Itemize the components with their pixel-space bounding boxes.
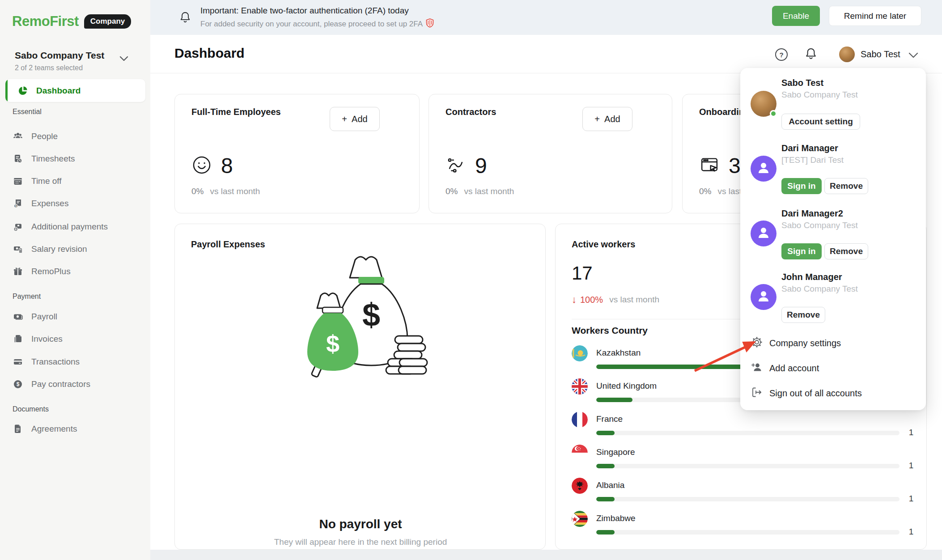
remind-later-button[interactable]: Remind me later [829,6,921,26]
sidebar-item-remoplus[interactable]: RemoPlus [13,266,71,277]
online-status-dot [770,110,777,117]
coins-plus-icon [13,221,23,232]
sidebar-item-people[interactable]: People [13,131,58,142]
arrow-down-icon: ↓ [572,294,577,305]
plus-icon: + [342,114,347,124]
shield-icon [426,18,434,30]
france-flag-icon [572,412,588,428]
people-icon [13,131,23,142]
account-setting-button[interactable]: Account setting [781,114,860,130]
sidebar-item-label: Payroll [31,312,57,322]
sidebar-item-dashboard[interactable]: Dashboard [5,79,145,102]
active-workers-value: 17 [572,263,593,284]
sidebar-item-label: Transactions [31,357,80,367]
add-contractor-button[interactable]: +Add [582,107,632,131]
person-icon [756,288,771,305]
account-company: Sabo Company Test [781,221,858,230]
svg-text:$: $ [17,381,20,387]
brand-badge: Company [84,14,131,29]
footer-strip [150,550,942,560]
notifications-bell-icon[interactable] [804,47,818,63]
avatar [751,284,777,310]
sidebar-item-label: Invoices [31,334,63,344]
remove-account-button[interactable]: Remove [824,178,868,194]
account-name: Dari Manager [781,143,838,153]
person-icon [756,225,771,242]
banner-subtitle: For added security on your account, plea… [200,18,434,30]
menu-item-sign-out-all[interactable]: Sign out of all accounts [751,386,862,400]
sign-out-icon [751,386,763,400]
document-icon [13,424,23,434]
banner-title: Important: Enable two-factor authenticat… [200,6,409,16]
stat-delta: 0%vs last month [191,187,260,196]
progress-fill [596,497,615,501]
avatar[interactable] [839,47,855,62]
sign-in-button[interactable]: Sign in [781,178,822,194]
sidebar-item-label: Timesheets [31,154,75,164]
add-employee-button[interactable]: +Add [330,107,380,131]
remove-account-button[interactable]: Remove [781,307,825,323]
active-workers-delta: ↓ 100% vs last month [572,294,659,305]
sidebar-item-expenses[interactable]: $ Expenses [13,198,68,209]
user-menu-button[interactable]: Sabo Test [861,49,900,59]
account-company: [TEST] Dari Test [781,155,844,165]
sidebar-item-salary-revision[interactable]: Salary revision [13,243,87,255]
chevron-down-icon[interactable] [119,55,129,64]
payroll-title: Payroll Expenses [191,239,265,250]
progress-fill [596,530,615,535]
account-name: John Manager [781,272,842,282]
workers-country-title: Workers Country [572,325,648,336]
two-factor-banner: Important: Enable two-factor authenticat… [150,0,942,35]
empty-state-note: They will appear here in the next billin… [175,537,546,547]
calendar-icon [13,176,23,187]
sidebar-item-timeoff[interactable]: Time off [13,175,62,187]
zimbabwe-flag-icon [572,511,588,527]
menu-item-add-account[interactable]: Add account [751,361,819,375]
sidebar-item-label: Additional payments [31,222,108,232]
stat-delta: 0%vs last month [446,187,514,196]
progress-fill [596,398,632,402]
stat-value: 9 [475,153,487,178]
payroll-expenses-card: Payroll Expenses $ $ [174,224,546,550]
chevron-down-icon[interactable] [908,52,919,60]
receipt-icon: $ [13,198,23,209]
albania-flag-icon [572,478,588,494]
svg-text:?: ? [779,51,783,59]
plus-icon: + [594,114,600,124]
help-icon[interactable]: ? [774,47,789,64]
section-payment: Payment [13,293,41,301]
sidebar-item-timesheets[interactable]: Timesheets [13,153,75,165]
empty-state-title: No payroll yet [175,517,546,531]
brand-logo: RemoFirst Company [12,13,131,30]
sidebar-item-payroll[interactable]: Payroll [13,311,57,322]
svg-text:$: $ [362,297,380,333]
account-name: Sabo Test [781,78,823,88]
country-row-zimbabwe: Zimbabwe 1 [556,511,927,539]
company-switcher[interactable]: Sabo Company Test [15,50,104,61]
sign-in-button[interactable]: Sign in [781,243,822,259]
page-title: Dashboard [174,46,245,61]
stat-value-row: 9 [446,153,487,178]
active-indicator [5,79,8,102]
remove-account-button[interactable]: Remove [824,243,868,259]
person-icon [756,160,771,177]
enable-2fa-button[interactable]: Enable [772,6,820,26]
active-workers-title: Active workers [572,239,635,250]
country-row-france: France 1 [556,412,927,440]
menu-item-company-settings[interactable]: Company settings [751,336,841,350]
account-company: Sabo Company Test [781,284,858,294]
sidebar-item-pay-contractors[interactable]: $ Pay contractors [13,378,90,390]
sidebar-item-transactions[interactable]: Transactions [13,356,80,368]
gift-icon [13,266,23,277]
credit-card-icon [13,356,23,367]
sidebar-item-invoices[interactable]: Invoices [13,333,63,345]
account-dropdown-menu: Sabo Test Sabo Company Test Account sett… [740,68,926,410]
banknote-icon [13,311,23,322]
sidebar-item-additional-payments[interactable]: Additional payments [13,221,108,233]
sidebar-item-agreements[interactable]: Agreements [13,423,77,435]
bell-icon [179,11,191,26]
dollar-circle-icon: $ [13,379,23,390]
account-company: Sabo Company Test [781,90,858,100]
sidebar: RemoFirst Company Sabo Company Test 2 of… [0,0,150,560]
brand-name: RemoFirst [12,13,79,30]
